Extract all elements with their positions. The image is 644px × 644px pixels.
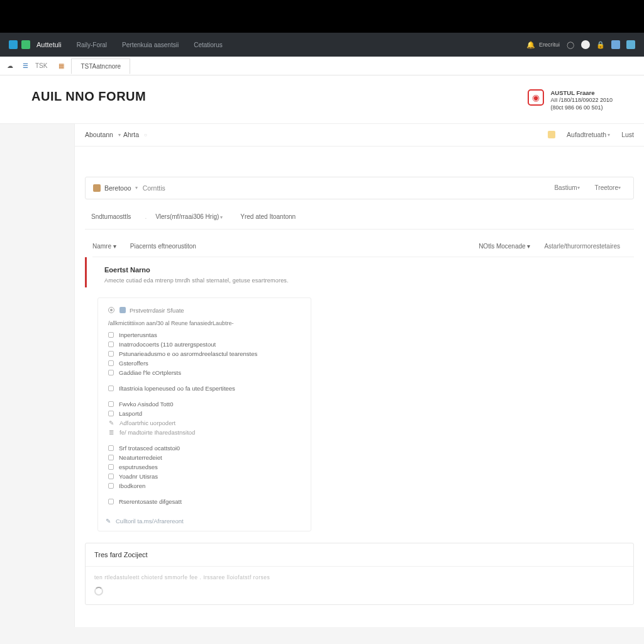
window-titlebar [0,0,644,33]
checkbox[interactable] [108,445,114,451]
opt-label: esputrusedses [119,464,158,470]
opt-label: Iltastrioia lopeneused oo fa uted Espert… [119,385,235,392]
crumb-1[interactable]: Aboutann [85,131,113,138]
section-desc: Amecte cutiad eda mtrenp tmrdh sthal ste… [104,277,626,284]
panel-title: Prstvetrrdasir Sfuate [130,307,184,314]
nav-link-3[interactable]: Cetatiorus [194,42,223,48]
main-column: Aboutann ▾ Ahrta ○ Aufadtretuath ▾ Lust … [74,124,644,627]
lock-icon[interactable]: 🔒 [596,40,605,49]
section-header: Eoertst Narno Amecte cutiad eda mtrenp t… [85,257,644,287]
list-icon[interactable]: ☰ [20,61,30,71]
toolbar-item-2[interactable]: Cornttis [143,184,165,192]
panel-footer[interactable]: Culltoril ta.ms/Afrarereont [116,518,184,525]
checkbox[interactable] [108,474,114,479]
opt-label: Rserentosaste difgesatt [119,498,182,505]
org-pin-icon: ◉ [528,89,544,106]
breadcrumb: Aboutann ▾ Ahrta ○ Aufadtretuath ▾ Lust [75,124,644,147]
checkbox[interactable] [108,370,114,375]
crumb-last[interactable]: Lust [621,131,634,138]
checkbox[interactable] [108,332,114,338]
panel-intro: /allkmictittiixon aan/30 al Reune fanasi… [108,320,301,326]
sub-label[interactable]: Adfoartrhic uorpodert [119,419,175,426]
toolbar: Beretooo ▾ Cornttis Bastium ▾ Treetore ▾ [85,177,634,199]
options-panel: Prstvetrrdasir Sfuate /allkmictittiixon … [97,297,311,531]
chevron-down-icon: ▾ [118,132,121,138]
col-right-1[interactable]: NOtls Mocenade ▾ [479,243,530,250]
opt-label: Yoadnr Utisras [119,473,158,480]
tab-active[interactable]: TSTAatncnore [71,58,130,74]
nav-link-2[interactable]: Pertenkuia aasentsii [122,42,179,48]
crumb-2[interactable]: Ahrta [123,131,139,138]
opt-label: Inperterusntas [119,331,157,338]
page-header: AUIL NNO FORUM ◉ AUSTUL Fraare AII /180/… [0,75,644,124]
checkbox[interactable] [108,499,114,504]
column-headers: Namre ▾ Piacernts eftneorustiton NOtls M… [92,236,634,257]
user-avatar-icon[interactable] [581,40,590,49]
tab-2[interactable]: Vlers(mf/rraai306 Hrig)▾ [149,206,229,228]
checkbox[interactable] [108,411,114,416]
tab-1[interactable]: Sndtumaosttls [85,206,137,228]
checkbox[interactable] [108,341,114,347]
toolbar-right-2[interactable]: Treetore [595,184,618,191]
grid-icon[interactable]: ▦ [56,61,66,71]
opt-label: Gaddiae f'le cOrtplersts [119,369,181,376]
note-icon: ✎ [108,419,114,426]
opt-label: Neaturterredeiet [119,454,162,461]
content-tabs: Sndtumaosttls . Vlers(mf/rraai306 Hrig)▾… [85,204,634,230]
folder-icon [93,184,101,192]
section-title: Eoertst Narno [104,266,626,274]
org-block: ◉ AUSTUL Fraare AII /180/118/09022 2010 … [528,89,613,112]
tab-3[interactable]: Yred ated Itoantonn [234,206,302,228]
chevron-down-icon: ▾ [618,185,621,191]
opt-label: Pstunarieadusmo e oo asrormdreelasctul t… [119,350,257,357]
checkbox[interactable] [108,483,114,489]
spinner-icon [94,587,103,596]
target-icon [108,307,114,313]
crumb-user[interactable]: Aufadtretuath [567,131,606,138]
opt-label: Fwvko Asisdod Tott0 [119,401,173,408]
opt-label: Inatrrodocoerts (110 autrergspestout [119,341,216,348]
checkbox[interactable] [108,351,114,357]
col-name[interactable]: Namre ▾ [92,243,116,250]
brand-label: Auttetuli [36,41,62,48]
org-line-2: (80ct 986 06 00 501) [550,104,613,112]
page-title: AUIL NNO FORUM [31,89,146,104]
globe-icon[interactable]: ◯ [566,40,575,49]
org-line-1: AII /180/118/09022 2010 [550,97,613,104]
opt-label: Srf trotasced ocattstoi0 [119,445,180,452]
opt-label: Gsteroffers [119,360,148,367]
lower-card: Tres fard Zociject ten rtledastuleett ch… [85,543,634,605]
chevron-down-icon: ▾ [135,185,138,191]
chevron-down-icon: ▾ [577,185,580,191]
checkbox[interactable] [108,360,114,366]
flag-icon[interactable] [626,40,635,49]
checkbox[interactable] [108,455,114,460]
col-right-2[interactable]: Astarle/thurormorestetaires [544,243,620,250]
doc-icon [119,307,126,313]
checkbox[interactable] [108,401,114,407]
org-name: AUSTUL Fraare [550,89,613,97]
bell-icon[interactable]: 🔔 [526,40,535,49]
toolbar-item-1[interactable]: Beretooo [104,184,131,192]
cloud-icon[interactable]: ☁ [5,61,15,71]
checkbox[interactable] [108,386,114,391]
lower-title: Tres fard Zociject [86,543,633,567]
app-logo-icon [9,40,18,49]
opt-label: Lasportd [119,410,142,417]
chevron-down-icon: ▾ [608,132,610,138]
app-logo-icon-2 [21,40,30,49]
toolbar-right-1[interactable]: Bastium [554,184,577,191]
checkbox[interactable] [108,464,114,470]
opt-label: Ibodkoren [119,482,145,489]
nav-link-1[interactable]: Raily-Foral [77,42,107,48]
status-label: Erecritui [539,42,560,48]
link-icon: ✎ [106,518,112,524]
sub-link-1[interactable]: TSK [35,62,47,69]
pill-icon[interactable] [611,40,620,49]
global-nav: Auttetuli Raily-Foral Pertenkuia aasents… [0,33,644,57]
tab-strip: ☁ ☰ TSK ▦ TSTAatncnore [0,57,644,75]
col-desc[interactable]: Piacernts eftneorustiton [130,243,196,250]
user-chip-icon [548,131,555,138]
sub-label[interactable]: fe/ madtoirte Iharedastnsitod [119,429,195,436]
lower-note: ten rtledastuleett chioterd smmorfe fee … [94,574,625,580]
